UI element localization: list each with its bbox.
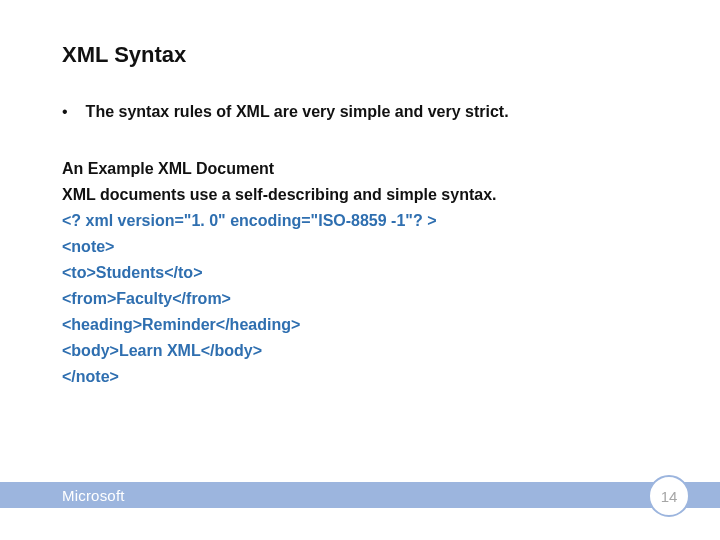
bullet-dot-icon: • <box>62 102 68 122</box>
body-line-example-heading: An Example XML Document <box>62 156 658 182</box>
brand-label: Microsoft <box>62 487 125 504</box>
body-line-from: <from>Faculty</from> <box>62 286 658 312</box>
body-line-description: XML documents use a self-describing and … <box>62 182 658 208</box>
body-line-xml-declaration: <? xml version="1. 0" encoding="ISO-8859… <box>62 208 658 234</box>
body-line-note-close: </note> <box>62 364 658 390</box>
bullet-text: The syntax rules of XML are very simple … <box>86 102 509 122</box>
footer-bar: Microsoft <box>0 482 720 508</box>
body-line-note-open: <note> <box>62 234 658 260</box>
body-line-body: <body>Learn XML</body> <box>62 338 658 364</box>
page-number: 14 <box>661 488 678 505</box>
bullet-item: • The syntax rules of XML are very simpl… <box>62 102 658 122</box>
body-line-heading: <heading>Reminder</heading> <box>62 312 658 338</box>
page-number-badge: 14 <box>648 475 690 517</box>
slide-title: XML Syntax <box>62 42 658 68</box>
body-line-to: <to>Students</to> <box>62 260 658 286</box>
slide-body: An Example XML Document XML documents us… <box>62 156 658 390</box>
slide: XML Syntax • The syntax rules of XML are… <box>0 0 720 540</box>
